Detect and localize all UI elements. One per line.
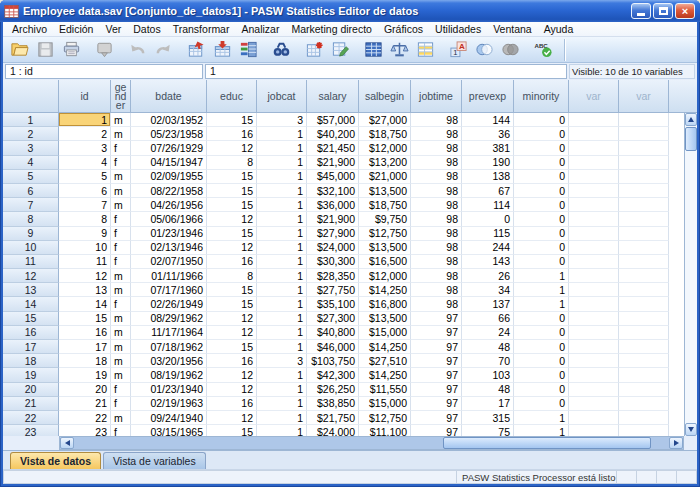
- column-header-minority[interactable]: minority: [514, 80, 569, 113]
- cell-8-salary[interactable]: $21,900: [307, 212, 359, 226]
- cell-5-gender[interactable]: m: [111, 170, 131, 184]
- row-header-17[interactable]: 17: [3, 340, 59, 354]
- cell-13-var-10[interactable]: [569, 283, 619, 297]
- cell-14-educ[interactable]: 15: [207, 297, 257, 311]
- cell-10-minority[interactable]: 0: [514, 241, 569, 255]
- cell-18-salbegin[interactable]: $27,510: [359, 354, 411, 368]
- cell-2-salary[interactable]: $40,200: [307, 127, 359, 141]
- cell-18-bdate[interactable]: 03/20/1956: [131, 354, 207, 368]
- cell-4-prevexp[interactable]: 190: [462, 156, 514, 170]
- cell-18-gender[interactable]: m: [111, 354, 131, 368]
- insert-cases-button[interactable]: [301, 38, 327, 62]
- spell-check-button[interactable]: ABC: [530, 38, 556, 62]
- cell-18-minority[interactable]: 0: [514, 354, 569, 368]
- cell-7-var-11[interactable]: [619, 198, 669, 212]
- cell-1-jobtime[interactable]: 98: [411, 113, 462, 127]
- cell-3-id[interactable]: 3: [59, 141, 111, 155]
- cell-4-var-10[interactable]: [569, 156, 619, 170]
- cell-6-prevexp[interactable]: 67: [462, 184, 514, 198]
- row-header-15[interactable]: 15: [3, 312, 59, 326]
- cell-22-var-10[interactable]: [569, 411, 619, 425]
- cell-16-gender[interactable]: m: [111, 326, 131, 340]
- cell-22-var-11[interactable]: [619, 411, 669, 425]
- column-header-var-11[interactable]: var: [619, 80, 669, 113]
- column-header-var-10[interactable]: var: [569, 80, 619, 113]
- menu-ventana[interactable]: Ventana: [487, 23, 538, 35]
- cell-12-jobtime[interactable]: 98: [411, 269, 462, 283]
- cell-7-salary[interactable]: $36,000: [307, 198, 359, 212]
- cell-23-educ[interactable]: 15: [207, 425, 257, 436]
- cell-20-var-11[interactable]: [619, 383, 669, 397]
- cell-17-prevexp[interactable]: 48: [462, 340, 514, 354]
- cell-8-id[interactable]: 8: [59, 212, 111, 226]
- cell-13-salbegin[interactable]: $14,250: [359, 283, 411, 297]
- cell-5-minority[interactable]: 0: [514, 170, 569, 184]
- cell-3-bdate[interactable]: 07/26/1929: [131, 141, 207, 155]
- cell-10-jobtime[interactable]: 98: [411, 241, 462, 255]
- cell-15-minority[interactable]: 0: [514, 312, 569, 326]
- menu-ver[interactable]: Ver: [99, 23, 127, 35]
- cell-23-jobcat[interactable]: 1: [257, 425, 307, 436]
- cell-21-jobcat[interactable]: 1: [257, 397, 307, 411]
- row-header-7[interactable]: 7: [3, 198, 59, 212]
- cell-17-var-10[interactable]: [569, 340, 619, 354]
- cell-21-salary[interactable]: $38,850: [307, 397, 359, 411]
- cell-12-bdate[interactable]: 01/11/1966: [131, 269, 207, 283]
- cell-16-jobcat[interactable]: 1: [257, 326, 307, 340]
- cell-3-minority[interactable]: 0: [514, 141, 569, 155]
- cell-7-bdate[interactable]: 04/26/1956: [131, 198, 207, 212]
- cell-7-jobtime[interactable]: 98: [411, 198, 462, 212]
- cell-1-id[interactable]: 1: [59, 113, 111, 127]
- row-header-2[interactable]: 2: [3, 127, 59, 141]
- cell-20-minority[interactable]: 0: [514, 383, 569, 397]
- cell-16-prevexp[interactable]: 24: [462, 326, 514, 340]
- cell-21-minority[interactable]: 0: [514, 397, 569, 411]
- cell-21-educ[interactable]: 16: [207, 397, 257, 411]
- cell-12-salbegin[interactable]: $12,000: [359, 269, 411, 283]
- cell-23-minority[interactable]: 1: [514, 425, 569, 436]
- row-header-22[interactable]: 22: [3, 411, 59, 425]
- cell-21-gender[interactable]: f: [111, 397, 131, 411]
- cell-14-var-11[interactable]: [619, 297, 669, 311]
- cell-17-jobcat[interactable]: 1: [257, 340, 307, 354]
- cell-20-bdate[interactable]: 01/23/1940: [131, 383, 207, 397]
- cell-11-minority[interactable]: 0: [514, 255, 569, 269]
- cell-9-var-11[interactable]: [619, 227, 669, 241]
- cell-9-educ[interactable]: 15: [207, 227, 257, 241]
- cell-20-gender[interactable]: f: [111, 383, 131, 397]
- horizontal-scroll-track[interactable]: [74, 437, 669, 449]
- cell-10-id[interactable]: 10: [59, 241, 111, 255]
- cell-12-educ[interactable]: 8: [207, 269, 257, 283]
- cell-5-id[interactable]: 5: [59, 170, 111, 184]
- cell-10-salbegin[interactable]: $13,500: [359, 241, 411, 255]
- cell-19-gender[interactable]: m: [111, 368, 131, 382]
- cell-16-var-11[interactable]: [619, 326, 669, 340]
- cell-21-id[interactable]: 21: [59, 397, 111, 411]
- cell-23-salbegin[interactable]: $11,100: [359, 425, 411, 436]
- cell-3-prevexp[interactable]: 381: [462, 141, 514, 155]
- variables-button[interactable]: [235, 38, 261, 62]
- cell-17-jobtime[interactable]: 97: [411, 340, 462, 354]
- cell-19-prevexp[interactable]: 103: [462, 368, 514, 382]
- column-header-salbegin[interactable]: salbegin: [359, 80, 411, 113]
- cell-2-var-10[interactable]: [569, 127, 619, 141]
- cell-18-educ[interactable]: 16: [207, 354, 257, 368]
- cell-18-var-11[interactable]: [619, 354, 669, 368]
- cell-4-salbegin[interactable]: $13,200: [359, 156, 411, 170]
- cell-7-id[interactable]: 7: [59, 198, 111, 212]
- cell-16-minority[interactable]: 0: [514, 326, 569, 340]
- cell-19-educ[interactable]: 12: [207, 368, 257, 382]
- cell-22-minority[interactable]: 1: [514, 411, 569, 425]
- cell-17-id[interactable]: 17: [59, 340, 111, 354]
- cell-6-gender[interactable]: m: [111, 184, 131, 198]
- column-header-educ[interactable]: educ: [207, 80, 257, 113]
- cell-18-prevexp[interactable]: 70: [462, 354, 514, 368]
- cell-17-salbegin[interactable]: $14,250: [359, 340, 411, 354]
- cell-8-bdate[interactable]: 05/06/1966: [131, 212, 207, 226]
- cell-2-educ[interactable]: 16: [207, 127, 257, 141]
- cell-23-id[interactable]: 23: [59, 425, 111, 436]
- cell-22-bdate[interactable]: 09/24/1940: [131, 411, 207, 425]
- cell-21-prevexp[interactable]: 17: [462, 397, 514, 411]
- cell-20-jobcat[interactable]: 1: [257, 383, 307, 397]
- cell-16-educ[interactable]: 12: [207, 326, 257, 340]
